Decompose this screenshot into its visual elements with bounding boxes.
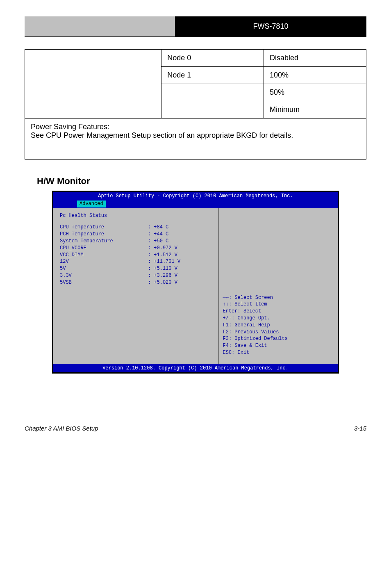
header-right-panel: FWS-7810	[175, 16, 366, 36]
bios-body: Pc Health Status CPU Temperature: +84 C …	[53, 208, 338, 364]
page-header: FWS-7810	[25, 16, 366, 37]
stat-label: PCH Temperature	[60, 231, 148, 238]
help-line: ↑↓: Select Item	[223, 301, 288, 308]
stat-value: : +5.110 V	[148, 265, 212, 272]
stat-label: 5V	[60, 265, 148, 272]
stat-row: 5V: +5.110 V	[60, 265, 212, 272]
stat-value: : +1.512 V	[148, 252, 212, 259]
bios-version-bar: Version 2.10.1208. Copyright (C) 2010 Am…	[53, 364, 338, 373]
bios-util-title: Aptio Setup Utility - Copyright (C) 2010…	[57, 193, 334, 200]
desc-title: Power Saving Features:	[31, 123, 109, 131]
stat-row: VCC_DIMM: +1.512 V	[60, 252, 212, 259]
footer-left: Chapter 3 AMI BIOS Setup	[25, 425, 98, 432]
bios-topbar: Aptio Setup Utility - Copyright (C) 2010…	[53, 192, 338, 208]
table-left-empty	[25, 50, 161, 119]
help-line: ESC: Exit	[223, 349, 288, 356]
stat-row: CPU_VCORE: +0.972 V	[60, 245, 212, 252]
bios-screenshot: Aptio Setup Utility - Copyright (C) 2010…	[52, 191, 339, 374]
table-description: Power Saving Features: See CPU Power Man…	[25, 119, 366, 160]
section-heading: H/W Monitor	[37, 176, 366, 187]
stat-label: CPU Temperature	[60, 224, 148, 231]
stat-value: : +5.020 V	[148, 279, 212, 286]
help-line: Enter: Select	[223, 308, 288, 315]
stat-label: System Temperature	[60, 238, 148, 245]
table-cell: Node 1	[161, 67, 264, 84]
stat-value: : +3.296 V	[148, 272, 212, 279]
table-cell: Node 0	[161, 50, 264, 67]
help-block: →←: Select Screen ↑↓: Select Item Enter:…	[223, 294, 288, 356]
table-cell: Minimum	[264, 101, 366, 119]
stat-label: 12V	[60, 258, 148, 265]
stat-value: : +44 C	[148, 231, 212, 238]
table-cell: Disabled	[264, 50, 366, 67]
stat-label: VCC_DIMM	[60, 252, 148, 259]
stat-row: PCH Temperature: +44 C	[60, 231, 212, 238]
table-cell	[161, 101, 264, 119]
bios-tab-advanced[interactable]: Advanced	[77, 201, 106, 207]
stat-label: 5VSB	[60, 279, 148, 286]
stat-value: : +0.972 V	[148, 245, 212, 252]
stat-value: : +50 C	[148, 238, 212, 245]
help-line: F2: Previous Values	[223, 329, 288, 336]
stat-row: CPU Temperature: +84 C	[60, 224, 212, 231]
desc-body: See CPU Power Management Setup section o…	[31, 131, 293, 139]
bios-left-panel[interactable]: Pc Health Status CPU Temperature: +84 C …	[53, 208, 218, 364]
help-line: →←: Select Screen	[223, 294, 288, 301]
stat-row: 3.3V: +3.296 V	[60, 272, 212, 279]
stat-row: 12V: +11.701 V	[60, 258, 212, 265]
help-line: F1: General Help	[223, 322, 288, 329]
stat-label: 3.3V	[60, 272, 148, 279]
product-model: FWS-7810	[253, 22, 288, 31]
help-line: +/-: Change Opt.	[223, 315, 288, 322]
stat-value: : +84 C	[148, 224, 212, 231]
stat-label: CPU_VCORE	[60, 245, 148, 252]
page-footer: Chapter 3 AMI BIOS Setup 3-15	[25, 423, 366, 432]
pc-health-title: Pc Health Status	[60, 212, 212, 219]
stat-row: 5VSB: +5.020 V	[60, 279, 212, 286]
bios-help-panel: →←: Select Screen ↑↓: Select Item Enter:…	[218, 208, 338, 364]
stat-row: System Temperature: +50 C	[60, 238, 212, 245]
table-cell	[161, 84, 264, 101]
header-left-panel	[25, 16, 175, 36]
footer-right: 3-15	[354, 425, 366, 432]
help-line: F3: Optimized Defaults	[223, 335, 288, 342]
table-cell: 50%	[264, 84, 366, 101]
power-saving-table: Node 0 Disabled Node 1 100% 50% Minimum …	[25, 49, 366, 160]
table-cell: 100%	[264, 67, 366, 84]
help-line: F4: Save & Exit	[223, 342, 288, 349]
stat-value: : +11.701 V	[148, 258, 212, 265]
